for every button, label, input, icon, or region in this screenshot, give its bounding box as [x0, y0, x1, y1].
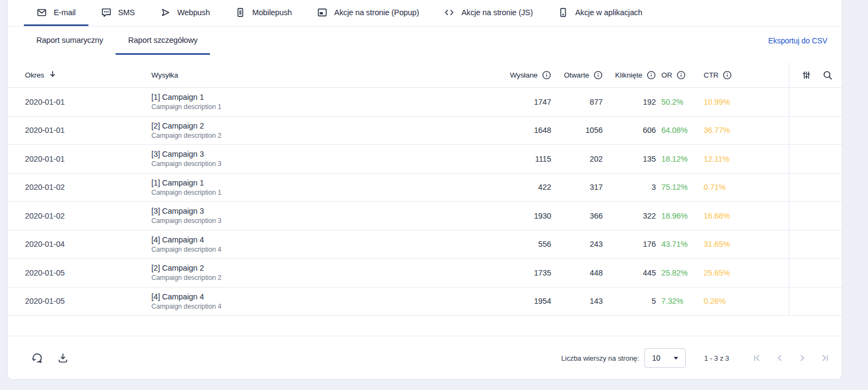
export-csv-link[interactable]: Eksportuj do CSV: [768, 36, 827, 45]
campaign-description: Campaign description 3: [151, 160, 492, 168]
tab-mobilepush[interactable]: Mobilepush: [222, 1, 304, 26]
campaign-description: Campaign description 2: [151, 132, 492, 139]
row-clicked: 445: [603, 268, 656, 277]
tab-webpush[interactable]: Webpush: [148, 1, 222, 26]
tab-label: Akcje w aplikacjach: [575, 8, 642, 17]
row-divider-cell: [789, 88, 834, 116]
tab-akcje-js[interactable]: Akcje na stronie (JS): [431, 1, 545, 26]
row-campaign: [1] Campaign 1 Campaign description 1: [151, 93, 492, 111]
row-or: 7.32%: [656, 297, 704, 305]
row-campaign: [3] Campaign 3 Campaign description 3: [151, 207, 492, 225]
info-icon[interactable]: [593, 71, 603, 80]
info-icon[interactable]: [542, 71, 551, 80]
row-clicked: 176: [603, 240, 656, 248]
page-range-label: 1 - 3 z 3: [704, 354, 729, 362]
tab-akcje-aplikacje[interactable]: Akcje w aplikacjach: [545, 1, 655, 26]
campaign-description: Campaign description 3: [151, 217, 492, 225]
campaign-title: [2] Campaign 2: [151, 264, 492, 272]
envelope-icon: [36, 7, 47, 18]
row-date: 2020-01-01: [25, 126, 151, 135]
row-or: 25.82%: [656, 268, 704, 277]
chevron-down-icon: [674, 357, 678, 360]
row-ctr: 0.26%: [704, 297, 789, 305]
code-brackets-icon: [444, 7, 455, 18]
header-klikniete: Kliknięte: [603, 71, 656, 80]
first-page-icon[interactable]: [752, 353, 762, 363]
row-date: 2020-01-01: [25, 155, 151, 163]
tab-akcje-popup[interactable]: Akcje na stronie (Popup): [304, 1, 431, 26]
row-or: 43.71%: [656, 240, 704, 248]
row-sent: 556: [492, 240, 551, 248]
table-row: 2020-01-01 [2] Campaign 2 Campaign descr…: [8, 117, 842, 145]
row-opened: 1056: [551, 126, 603, 135]
campaign-title: [3] Campaign 3: [151, 150, 492, 158]
header-okres[interactable]: Okres: [25, 70, 151, 80]
row-campaign: [2] Campaign 2 Campaign description 2: [151, 122, 492, 139]
arrow-down-icon: [49, 70, 56, 80]
tab-label: E-mail: [54, 8, 76, 17]
refresh-icon[interactable]: [30, 351, 44, 365]
row-divider-cell: [789, 231, 834, 259]
row-sent: 1930: [492, 212, 551, 220]
search-icon[interactable]: [822, 70, 833, 80]
row-ctr: 10.99%: [704, 98, 789, 106]
download-icon[interactable]: [56, 351, 69, 365]
campaign-title: [4] Campaign 4: [151, 235, 492, 244]
rows-per-page-select[interactable]: 10: [644, 348, 686, 368]
info-icon[interactable]: [647, 71, 656, 80]
row-sent: 1115: [492, 155, 551, 163]
header-label: Wysyłka: [151, 71, 178, 79]
pagination-controls: Liczba wierszy na stronę: 10 1 - 3 z 3: [561, 348, 830, 368]
row-opened: 448: [551, 268, 603, 277]
row-or: 18.96%: [656, 212, 704, 220]
tab-raport-szczegolowy[interactable]: Raport szczegółowy: [116, 27, 210, 55]
row-date: 2020-01-05: [25, 268, 151, 277]
row-campaign: [3] Campaign 3 Campaign description 3: [151, 150, 492, 168]
campaign-description: Campaign description 2: [151, 274, 492, 282]
row-opened: 366: [551, 212, 603, 220]
row-sent: 1954: [492, 297, 551, 305]
row-clicked: 5: [603, 297, 656, 305]
row-clicked: 3: [603, 183, 656, 191]
tab-label: Webpush: [177, 8, 210, 17]
next-page-icon[interactable]: [797, 353, 807, 363]
row-divider-cell: [789, 145, 834, 173]
report-card: E-mail SMS Webpush Mobilepush Akcje na s…: [7, 0, 843, 380]
tab-raport-sumaryczny[interactable]: Raport sumaryczny: [24, 27, 116, 55]
table-row: 2020-01-02 [1] Campaign 1 Campaign descr…: [8, 174, 842, 202]
pager: [752, 353, 830, 363]
row-sent: 1735: [492, 268, 551, 277]
tab-sms[interactable]: SMS: [88, 1, 148, 26]
row-date: 2020-01-05: [25, 297, 151, 305]
row-ctr: 12.11%: [704, 155, 789, 163]
row-or: 75.12%: [656, 183, 704, 191]
row-sent: 1747: [492, 98, 551, 106]
prev-page-icon[interactable]: [775, 353, 784, 363]
row-date: 2020-01-02: [25, 212, 151, 220]
header-otwarte: Otwarte: [551, 71, 603, 80]
row-campaign: [4] Campaign 4 Campaign description 4: [151, 235, 492, 253]
row-divider-cell: [789, 259, 834, 287]
info-icon[interactable]: [676, 71, 686, 80]
tab-label: SMS: [118, 8, 135, 17]
tab-label: Akcje na stronie (JS): [461, 8, 533, 17]
header-label: CTR: [704, 71, 718, 79]
chat-bubble-icon: [101, 7, 112, 18]
campaign-description: Campaign description 1: [151, 103, 492, 111]
row-sent: 422: [492, 183, 551, 191]
table-footer: Liczba wierszy na stronę: 10 1 - 3 z 3: [8, 336, 842, 380]
table-row: 2020-01-05 [2] Campaign 2 Campaign descr…: [8, 259, 842, 287]
row-clicked: 192: [603, 98, 656, 106]
row-ctr: 36.77%: [704, 126, 789, 135]
filter-sliders-icon[interactable]: [801, 70, 812, 80]
tab-label: Raport szczegółowy: [128, 36, 197, 44]
row-divider-cell: [789, 287, 834, 316]
row-ctr: 25.65%: [704, 268, 789, 277]
row-or: 18.12%: [656, 155, 704, 163]
rows-per-page-value: 10: [652, 354, 660, 362]
tab-label: Mobilepush: [252, 8, 292, 17]
info-icon[interactable]: [723, 71, 732, 80]
tab-email[interactable]: E-mail: [24, 1, 88, 26]
last-page-icon[interactable]: [820, 353, 830, 363]
table-end-divider: [8, 316, 842, 336]
